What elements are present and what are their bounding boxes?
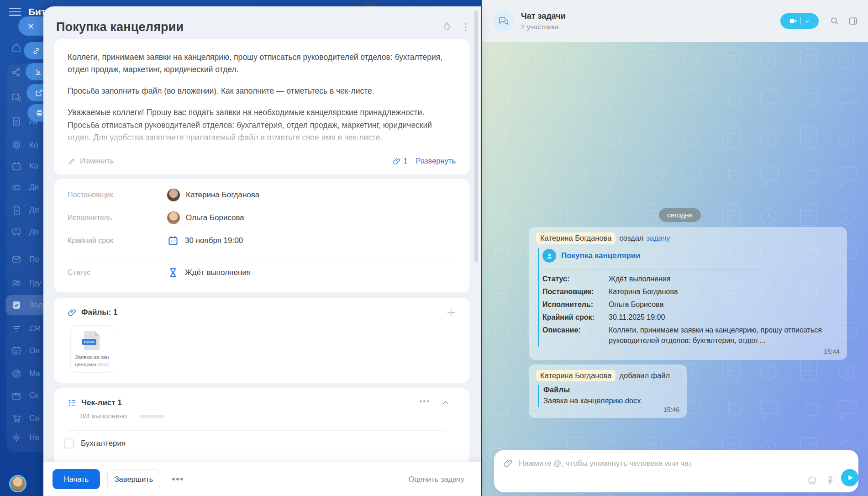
messenger-icon — [11, 92, 22, 103]
checklist-header: Чек-лист 1 — [68, 398, 122, 407]
author-name-chip[interactable]: Катерина Богданова — [536, 232, 615, 244]
chat-message-input[interactable] — [518, 454, 792, 473]
chat-wallpaper: сегодня Катерина Богданова создал задачу… — [482, 42, 868, 496]
chevron-down-icon — [804, 18, 810, 24]
author-name-chip[interactable]: Катерина Богданова — [536, 370, 615, 381]
send-button[interactable] — [841, 469, 858, 486]
field-row-status[interactable]: Статус Ждёт выполнения — [68, 261, 456, 284]
quote-bar — [538, 385, 539, 407]
description-paragraph-faded: Уважаемые коллеги! Прошу вас подать заяв… — [68, 106, 456, 143]
user-avatar[interactable] — [9, 475, 26, 492]
task-chat-panel: Чат задачи 2 участника — [482, 0, 868, 496]
zoom-level-badge: 80% — [364, 1, 376, 8]
more-options-icon[interactable] — [460, 21, 471, 32]
card-row-assignee: Исполнитель: Ольга Борисова — [542, 299, 837, 310]
chevron-up-icon[interactable] — [441, 398, 450, 407]
divider — [68, 430, 446, 431]
task-card-link[interactable]: Покупка канцелярии — [561, 251, 641, 260]
send-icon — [847, 474, 854, 481]
paperclip-icon — [68, 308, 77, 317]
marketing-icon — [11, 368, 22, 379]
more-actions-button[interactable] — [172, 478, 184, 480]
complete-task-button[interactable]: Завершить — [107, 469, 160, 489]
settings-icon — [11, 432, 22, 443]
booking-icon — [11, 345, 22, 356]
link-icon — [32, 47, 41, 55]
printer-icon — [35, 109, 44, 117]
message-time: 15:44 — [824, 348, 840, 355]
add-file-button[interactable] — [446, 307, 457, 318]
close-icon — [26, 22, 35, 31]
task-fields-card: Постановщик Катерина Богданова Исполните… — [54, 179, 469, 292]
task-detail-panel: Покупка канцелярии Коллеги, принимаем за… — [43, 6, 481, 496]
app-window: 80% Битрикс24 Ме Ле Ко Ка Ди До До — [0, 0, 868, 496]
file-tile[interactable]: DOCX Заявка на кан целярию.docx — [70, 325, 113, 373]
collab-icon — [11, 140, 22, 151]
checklist-item[interactable]: Бухгалтерия — [64, 438, 126, 449]
divider — [542, 269, 762, 269]
files-header: Файлы: 1 — [68, 308, 118, 317]
drive-icon — [11, 182, 22, 193]
attach-file-icon[interactable] — [503, 458, 513, 468]
chat-sidepanel-toggle-icon[interactable] — [848, 16, 858, 26]
calendar-icon — [167, 235, 179, 247]
task-panel-scrollbar[interactable] — [474, 11, 478, 262]
docx-file-icon: DOCX — [84, 331, 100, 350]
card-row-description: Описание: Коллеги, принимаем заявки на к… — [542, 325, 837, 346]
microphone-icon[interactable] — [825, 475, 835, 485]
feed-icon — [11, 116, 22, 127]
message-author-row: Катерина Богданова создал задачу — [536, 232, 670, 244]
external-link-icon — [35, 89, 43, 97]
edit-button[interactable]: Изменить — [68, 157, 114, 165]
network-icon — [11, 67, 22, 78]
message-time: 15:46 — [663, 406, 679, 413]
hamburger-menu-icon[interactable] — [9, 8, 21, 16]
checklist-more-button[interactable] — [418, 400, 429, 402]
rate-task-link[interactable]: Оценить задачу — [409, 475, 464, 484]
crm-icon — [11, 323, 22, 334]
chat-header: Чат задачи 2 участника — [482, 0, 868, 42]
arrow-down-right-icon — [34, 68, 42, 76]
card-row-status: Статус: Ждёт выполнения — [542, 274, 837, 284]
pencil-icon — [68, 157, 76, 165]
task-card-title-row[interactable]: Покупка канцелярии — [542, 249, 641, 263]
calendar-icon — [11, 161, 22, 172]
video-camera-icon — [789, 17, 797, 25]
checkbox[interactable] — [64, 438, 74, 449]
field-row-assignee[interactable]: Исполнитель Ольга Борисова — [68, 206, 456, 229]
task-action-bar: Начать Завершить Оценить задачу — [43, 462, 481, 496]
expand-button[interactable]: Развернуть — [416, 157, 456, 165]
warehouse-icon — [11, 390, 22, 401]
chat-input-container — [494, 450, 858, 492]
description-footer: Изменить 1 Развернуть — [68, 157, 456, 165]
flame-icon[interactable] — [440, 21, 452, 33]
chat-avatar — [493, 11, 514, 32]
attached-file-name[interactable]: Заявка на канцелярию.docx — [543, 396, 641, 405]
groups-icon — [11, 278, 22, 289]
card-row-creator: Постановщик: Катерина Богданова — [542, 286, 837, 297]
emoji-icon[interactable] — [807, 475, 817, 485]
boards-icon — [11, 227, 22, 237]
attachments-button[interactable]: 1 — [393, 157, 407, 165]
field-row-creator[interactable]: Постановщик Катерина Богданова — [68, 184, 456, 206]
assignee-avatar — [167, 211, 180, 224]
video-call-button[interactable] — [780, 13, 819, 29]
chat-header-text: Чат задачи 2 участника — [521, 11, 566, 31]
field-row-deadline[interactable]: Крайний срок 30 ноября 19:00 — [68, 229, 456, 252]
paperclip-icon — [393, 157, 401, 165]
chat-bubbles-icon — [498, 16, 509, 26]
chat-message-task-created: Катерина Богданова создал задачу Покупка… — [529, 227, 847, 360]
divider — [68, 257, 456, 257]
search-icon[interactable] — [830, 16, 840, 26]
description-paragraph: Просьба заполнить файл (во вложении). Ка… — [68, 85, 456, 97]
creator-avatar — [167, 189, 180, 201]
task-person-icon — [542, 249, 556, 263]
sites-icon — [11, 413, 22, 424]
start-task-button[interactable]: Начать — [53, 469, 100, 489]
documents-icon — [11, 205, 22, 216]
chat-participants: 2 участника — [521, 23, 566, 31]
message-author-row: Катерина Богданова добавил файл — [536, 370, 670, 381]
task-link[interactable]: задачу — [646, 234, 670, 243]
checklist-card: Чек-лист 1 0/4 выполнено Бухгалтерия — [54, 388, 469, 472]
checklist-progress-bar — [140, 415, 164, 418]
